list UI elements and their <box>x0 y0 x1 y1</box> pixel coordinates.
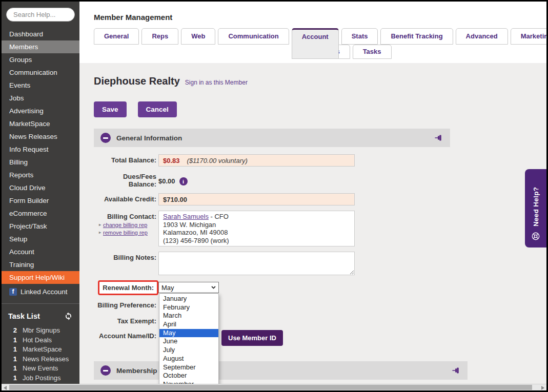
sidebar-item-groups[interactable]: Groups <box>2 53 79 66</box>
task-label: New Events <box>23 364 58 374</box>
info-icon[interactable]: i <box>179 177 188 185</box>
triangle-icon: ▸ <box>99 223 101 227</box>
renewal-month-dropdown: January February March April May June Ju… <box>159 293 219 384</box>
sidebar-item-form-builder[interactable]: Form Builder <box>2 194 79 207</box>
month-option-may[interactable]: May <box>159 329 218 338</box>
sidebar-item-marketspace[interactable]: MarketSpace <box>2 117 79 130</box>
sidebar-item-advertising[interactable]: Advertising <box>2 105 79 117</box>
month-option-october[interactable]: October <box>159 372 218 380</box>
app-window: Dashboard Members Groups Communication E… <box>0 0 548 392</box>
total-balance-label: Total Balance: <box>94 154 156 167</box>
collapse-icon[interactable] <box>100 133 111 143</box>
tab-account[interactable]: Account <box>292 28 339 59</box>
month-option-january[interactable]: January <box>159 295 218 303</box>
remove-billing-rep-link[interactable]: ▸ remove billing rep <box>94 230 156 236</box>
need-help-label: Need Help? <box>532 187 540 226</box>
month-option-november[interactable]: November <box>159 380 218 384</box>
member-name: Diephouse Realty <box>94 75 180 87</box>
sidebar-item-training[interactable]: Training <box>2 258 79 271</box>
sidebar-item-account[interactable]: Account <box>2 245 79 258</box>
task-label: Job Postings <box>23 374 60 383</box>
section-title: General Information <box>116 134 182 142</box>
task-item-hot-deals[interactable]: 1 Hot Deals <box>8 336 73 345</box>
scroll-left-arrow-icon[interactable] <box>4 386 7 390</box>
tab-communication[interactable]: Communication <box>218 28 289 45</box>
tab-benefit-tracking[interactable]: Benefit Tracking <box>380 28 453 45</box>
task-item-new-events[interactable]: 1 New Events <box>8 364 73 374</box>
sidebar: Dashboard Members Groups Communication E… <box>2 2 79 384</box>
task-item-news-releases[interactable]: 1 News Releases <box>8 355 73 364</box>
tab-marketing[interactable]: Marketing <box>511 28 546 45</box>
month-option-march[interactable]: March <box>159 312 218 320</box>
general-information-section-header: General Information <box>94 129 450 147</box>
sidebar-item-linked-account[interactable]: f Linked Account <box>2 284 79 299</box>
sidebar-item-news-releases[interactable]: News Releases <box>2 130 79 143</box>
total-balance-value: $0.83 <box>163 157 180 164</box>
tab-reps[interactable]: Reps <box>141 28 178 45</box>
billing-notes-textarea[interactable] <box>158 252 355 275</box>
task-item-job-postings[interactable]: 1 Job Postings <box>8 374 73 383</box>
tax-exempt-label: Tax Exempt: <box>94 315 156 325</box>
tab-general[interactable]: General <box>94 28 139 45</box>
contact-title: - CFO <box>209 213 229 220</box>
month-option-september[interactable]: September <box>159 363 218 372</box>
month-option-april[interactable]: April <box>159 320 218 329</box>
billing-notes-label: Billing Notes: <box>94 252 156 277</box>
page-title: Member Management <box>94 13 546 22</box>
cancel-button[interactable]: Cancel <box>138 101 177 117</box>
sidebar-item-project-task[interactable]: Project/Task <box>2 220 79 233</box>
sidebar-item-communication[interactable]: Communication <box>2 66 79 79</box>
facebook-icon: f <box>9 288 17 296</box>
tab-stats[interactable]: Stats <box>341 28 378 45</box>
scrollbar-thumb[interactable] <box>9 385 532 390</box>
task-count: 1 <box>11 345 17 355</box>
tab-bar: General Reps Web Communication Account S… <box>94 28 546 59</box>
available-credit-value: $710.00 <box>163 196 187 203</box>
month-option-february[interactable]: February <box>159 303 218 312</box>
month-option-june[interactable]: June <box>159 337 218 346</box>
task-count: 1 <box>11 364 17 374</box>
tab-web[interactable]: Web <box>181 28 215 45</box>
sidebar-item-jobs[interactable]: Jobs <box>2 92 79 105</box>
sign-in-as-member-link[interactable]: Sign in as this Member <box>185 79 248 86</box>
scroll-right-arrow-icon[interactable] <box>541 386 544 390</box>
renewal-month-selected-value: May <box>161 284 174 292</box>
triangle-icon: ▸ <box>99 231 101 235</box>
horizontal-scrollbar[interactable] <box>2 384 546 390</box>
sidebar-item-billing[interactable]: Billing <box>2 156 79 169</box>
task-count: 1 <box>11 355 17 364</box>
save-button[interactable]: Save <box>94 101 127 117</box>
sidebar-item-reports[interactable]: Reports <box>2 169 79 181</box>
use-member-id-button[interactable]: Use Member ID <box>221 330 283 346</box>
task-item-mbr-signups[interactable]: 2 Mbr Signups <box>8 326 73 336</box>
account-form: Total Balance: $0.83 ($1170.00 voluntary… <box>94 154 450 346</box>
contact-phone: (123) 456-7890 (work) <box>163 237 350 245</box>
billing-preference-label: Billing Preference: <box>94 299 156 309</box>
task-count: 1 <box>11 374 17 383</box>
contact-name-link[interactable]: Sarah Samuels <box>163 213 209 220</box>
sidebar-item-ecommerce[interactable]: eCommerce <box>2 207 79 220</box>
tab-tasks[interactable]: Tasks <box>353 45 392 59</box>
month-option-july[interactable]: July <box>159 346 218 355</box>
dues-fees-balance-value: $0.00 <box>158 177 175 185</box>
sidebar-item-events[interactable]: Events <box>2 79 79 92</box>
renewal-month-select[interactable]: May January February March April May Jun… <box>158 282 219 293</box>
billing-contact-label: Billing Contact: <box>94 213 156 220</box>
tab-advanced[interactable]: Advanced <box>456 28 508 45</box>
sidebar-item-dashboard[interactable]: Dashboard <box>2 28 79 40</box>
need-help-button[interactable]: Need Help? <box>525 169 546 247</box>
sidebar-item-support-help-wiki[interactable]: Support Help/Wiki <box>2 271 79 284</box>
collapse-icon[interactable] <box>100 365 111 376</box>
change-billing-rep-link[interactable]: ▸ change billing rep <box>94 222 156 228</box>
sidebar-item-info-request[interactable]: Info Request <box>2 143 79 156</box>
task-item-marketspace[interactable]: 1 MarketSpace <box>8 345 73 355</box>
sidebar-item-members[interactable]: Members <box>2 40 79 53</box>
task-label: Mbr Signups <box>23 326 60 336</box>
pin-icon[interactable] <box>435 134 443 141</box>
sidebar-item-setup[interactable]: Setup <box>2 233 79 245</box>
refresh-icon[interactable] <box>64 312 73 320</box>
sidebar-item-cloud-drive[interactable]: Cloud Drive <box>2 181 79 194</box>
pin-icon[interactable] <box>452 367 461 374</box>
search-help-input[interactable] <box>6 8 75 22</box>
month-option-august[interactable]: August <box>159 355 218 363</box>
